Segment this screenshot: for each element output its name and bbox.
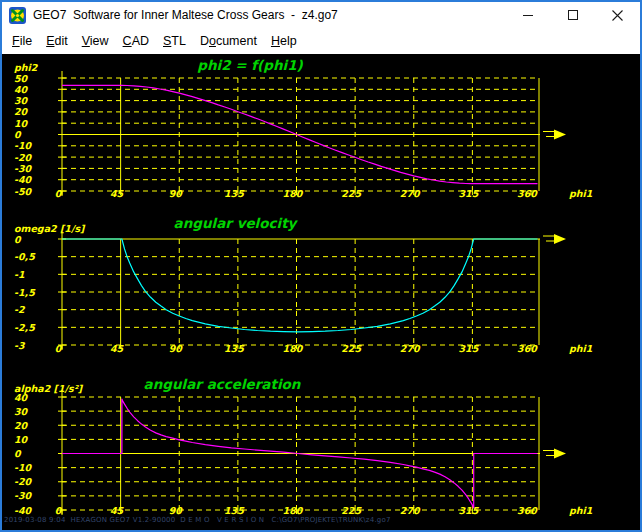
x-tick-label: 225 — [341, 505, 362, 516]
x-tick-label: 225 — [341, 343, 362, 354]
x-tick-label: 270 — [400, 505, 421, 516]
y-tick-label: 30 — [14, 406, 29, 417]
y-tick-label: -10 — [14, 140, 33, 151]
y-tick-label: 40 — [14, 84, 29, 95]
x-tick-label: 225 — [341, 188, 362, 199]
y-tick-label: 10 — [14, 434, 29, 445]
y-tick-label: -40 — [14, 505, 33, 516]
y-tick-label: 0 — [14, 129, 22, 140]
chart-title: angular acceleration — [144, 376, 302, 392]
x-tick-label: 90 — [169, 343, 184, 354]
y-tick-label: -1 — [14, 269, 25, 280]
y-tick-label: -50 — [14, 186, 33, 197]
x-tick-label: 360 — [517, 188, 538, 199]
y-axis-name: phi2 — [14, 62, 39, 73]
x-tick-label: 45 — [110, 343, 125, 354]
x-tick-label: 90 — [169, 505, 184, 516]
axis-arrow-head — [554, 449, 566, 459]
x-tick-label: 180 — [283, 343, 304, 354]
y-tick-label: -2,5 — [14, 322, 36, 333]
y-axis-name: alpha2 [1/s²] — [14, 383, 84, 394]
x-axis-name: phi1 — [569, 188, 593, 199]
y-tick-label: -40 — [14, 174, 33, 185]
y-axis-name: omega2 [1/s] — [14, 223, 86, 235]
x-tick-label: 315 — [458, 343, 479, 354]
x-tick-label: 135 — [224, 343, 245, 354]
curve-omega2 — [62, 239, 538, 332]
y-tick-label: -20 — [14, 152, 33, 163]
chart-title: phi2 = f(phi1) — [197, 57, 303, 73]
x-tick-label: 180 — [283, 188, 304, 199]
x-tick-label: 315 — [458, 188, 479, 199]
y-tick-label: -30 — [14, 163, 33, 174]
x-tick-label: 270 — [400, 188, 421, 199]
y-tick-label: 50 — [14, 73, 29, 84]
y-tick-label: -1,5 — [14, 287, 36, 298]
axis-arrow-head — [554, 130, 566, 140]
x-axis-name: phi1 — [569, 343, 593, 354]
y-tick-label: -30 — [14, 490, 33, 501]
x-tick-label: 135 — [224, 505, 245, 516]
y-tick-label: 20 — [14, 106, 29, 117]
axis-arrow-head — [554, 234, 566, 244]
y-tick-label: 20 — [14, 420, 29, 431]
y-tick-label: -2 — [14, 304, 26, 315]
x-tick-label: 180 — [283, 505, 304, 516]
y-tick-label: -20 — [14, 476, 33, 487]
x-tick-label: 360 — [517, 343, 538, 354]
y-tick-label: 0 — [14, 234, 22, 245]
y-tick-label: 30 — [14, 95, 29, 106]
x-tick-label: 135 — [224, 188, 245, 199]
x-axis-name: phi1 — [569, 505, 593, 516]
x-tick-label: 0 — [55, 188, 63, 199]
chart-title: angular velocity — [174, 215, 299, 231]
x-tick-label: 90 — [169, 188, 184, 199]
x-tick-label: 45 — [110, 188, 125, 199]
app-window: GEO7 Software for Inner Maltese Cross Ge… — [0, 0, 642, 532]
y-tick-label: -3 — [14, 340, 26, 351]
status-footer-text: 2019-03-08 9:04 HEXAGON GEO7 V1.2-90000 … — [4, 516, 604, 524]
x-tick-label: 270 — [400, 343, 421, 354]
y-tick-label: -0,5 — [14, 251, 36, 262]
y-tick-label: 0 — [14, 448, 22, 459]
charts-plot-area: 50403020100-10-20-30-40-5004590135180225… — [0, 0, 642, 532]
y-tick-label: 10 — [14, 118, 29, 129]
chart-canvas: 50403020100-10-20-30-40-5004590135180225… — [2, 54, 640, 530]
y-tick-label: -10 — [14, 462, 33, 473]
x-tick-label: 360 — [517, 505, 538, 516]
x-tick-label: 45 — [110, 505, 125, 516]
x-tick-label: 315 — [458, 505, 479, 516]
